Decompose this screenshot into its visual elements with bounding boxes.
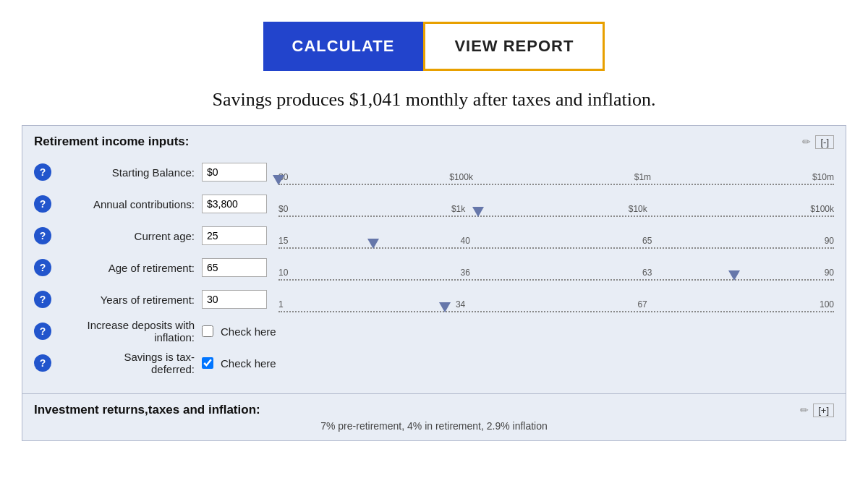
retirement-age-slider-container: 10 36 63 90 <box>278 255 834 281</box>
current-age-slider-container: 15 40 65 90 <box>278 223 834 249</box>
years-retirement-row: ? Years of retirement: 1 34 67 100 <box>34 286 834 312</box>
starting-balance-slider-line <box>278 184 834 185</box>
annual-contributions-slider-labels: $0 $1k $10k $100k <box>278 204 834 214</box>
retirement-age-slider-line <box>278 279 834 281</box>
investment-expand-button[interactable]: [+] <box>813 404 834 417</box>
increase-deposits-help-icon[interactable]: ? <box>34 323 51 340</box>
retirement-age-help-icon[interactable]: ? <box>34 259 51 276</box>
starting-balance-slider-labels: $0 $100k $1m $10m <box>278 172 834 182</box>
increase-deposits-row: ? Increase deposits withinflation: Check… <box>34 318 834 344</box>
starting-balance-input[interactable] <box>202 163 267 182</box>
annual-contributions-slider-track[interactable]: $0 $1k $10k $100k <box>278 204 834 217</box>
retirement-age-slider-labels: 10 36 63 90 <box>278 268 834 278</box>
annual-contributions-slider-container: $0 $1k $10k $100k <box>278 191 834 217</box>
years-retirement-slider-container: 1 34 67 100 <box>278 286 834 312</box>
tax-deferred-checkbox-row: Check here <box>202 357 276 370</box>
increase-deposits-checkbox[interactable] <box>202 325 213 337</box>
starting-balance-slider-container: $0 $100k $1m $10m <box>278 159 834 185</box>
tax-deferred-help-icon[interactable]: ? <box>34 354 51 372</box>
retirement-collapse-button[interactable]: [-] <box>815 135 834 149</box>
top-buttons-bar: CALCULATE VIEW REPORT <box>0 0 868 82</box>
annual-contributions-input[interactable] <box>202 195 267 213</box>
years-retirement-help-icon[interactable]: ? <box>34 291 51 308</box>
tax-deferred-checkbox[interactable] <box>202 357 213 369</box>
investment-section: Investment returns,taxes and inflation: … <box>22 394 846 440</box>
calculate-button[interactable]: CALCULATE <box>263 22 424 71</box>
investment-edit-icon[interactable]: ✏ <box>800 404 809 416</box>
current-age-row: ? Current age: 15 40 65 90 <box>34 223 834 249</box>
starting-balance-label: Starting Balance: <box>57 166 202 179</box>
years-retirement-slider-track[interactable]: 1 34 67 100 <box>278 299 834 312</box>
annual-contributions-thumb <box>472 207 484 217</box>
increase-deposits-label: Increase deposits withinflation: <box>57 319 202 343</box>
years-retirement-thumb <box>439 302 451 312</box>
summary-text: Savings produces $1,041 monthly after ta… <box>0 82 868 125</box>
annual-contributions-label: Annual contributions: <box>57 198 202 210</box>
years-retirement-slider-labels: 1 34 67 100 <box>278 299 834 310</box>
tax-deferred-row: ? Savings is tax-deferred: Check here <box>34 350 834 376</box>
retirement-age-label: Age of retirement: <box>57 262 202 274</box>
increase-deposits-check-text: Check here <box>221 325 276 338</box>
investment-section-subtitle: 7% pre-retirement, 4% in retirement, 2.9… <box>34 420 834 432</box>
annual-contributions-row: ? Annual contributions: $0 $1k $10k $100… <box>34 191 834 217</box>
retirement-age-input[interactable] <box>202 258 267 277</box>
annual-contributions-slider-line <box>278 215 834 217</box>
retirement-section-title: Retirement income inputs: <box>34 135 189 149</box>
retirement-edit-icon[interactable]: ✏ <box>802 136 811 148</box>
retirement-age-thumb <box>728 270 740 281</box>
current-age-label: Current age: <box>57 230 202 242</box>
retirement-section-controls: ✏ [-] <box>802 135 834 149</box>
starting-balance-help-icon[interactable]: ? <box>34 163 51 181</box>
view-report-button[interactable]: VIEW REPORT <box>423 22 605 71</box>
tax-deferred-check-text: Check here <box>221 357 276 370</box>
current-age-slider-line <box>278 247 834 249</box>
retirement-age-slider-track[interactable]: 10 36 63 90 <box>278 268 834 281</box>
main-panel: Retirement income inputs: ✏ [-] ? Starti… <box>22 125 846 441</box>
current-age-help-icon[interactable]: ? <box>34 227 51 244</box>
investment-section-controls: ✏ [+] <box>800 404 834 417</box>
investment-section-title: Investment returns,taxes and inflation: <box>34 403 260 417</box>
increase-deposits-checkbox-row: Check here <box>202 325 276 338</box>
years-retirement-label: Years of retirement: <box>57 294 202 306</box>
current-age-thumb <box>367 239 379 249</box>
years-retirement-input[interactable] <box>202 290 267 309</box>
years-retirement-slider-line <box>278 311 834 312</box>
annual-contributions-help-icon[interactable]: ? <box>34 195 51 213</box>
starting-balance-thumb <box>273 175 284 185</box>
investment-section-header: Investment returns,taxes and inflation: … <box>34 403 834 417</box>
current-age-slider-track[interactable]: 15 40 65 90 <box>278 236 834 249</box>
current-age-input[interactable] <box>202 226 267 245</box>
current-age-slider-labels: 15 40 65 90 <box>278 236 834 246</box>
retirement-age-row: ? Age of retirement: 10 36 63 90 <box>34 255 834 281</box>
starting-balance-slider-track[interactable]: $0 $100k $1m $10m <box>278 172 834 185</box>
tax-deferred-label: Savings is tax-deferred: <box>57 351 202 375</box>
retirement-section-header: Retirement income inputs: ✏ [-] <box>22 126 846 156</box>
inputs-grid: ? Starting Balance: $0 $100k $1m $10m <box>22 156 846 393</box>
starting-balance-row: ? Starting Balance: $0 $100k $1m $10m <box>34 159 834 185</box>
